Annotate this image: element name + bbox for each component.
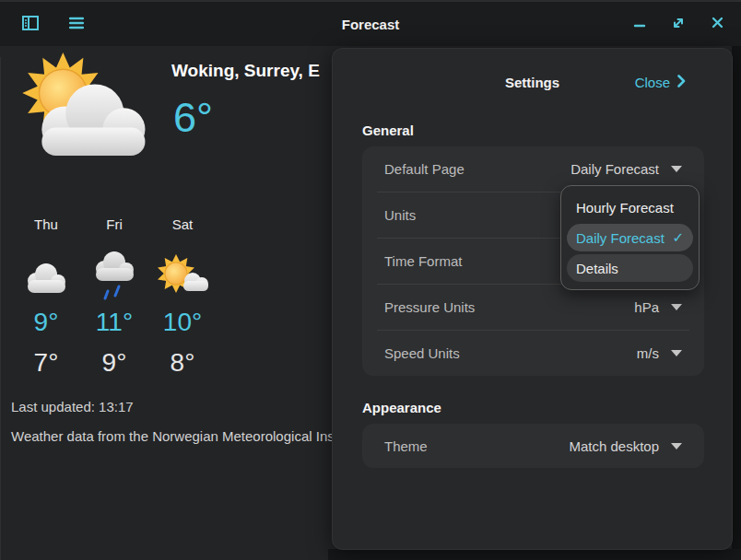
appearance-settings-card: Theme Match desktop <box>362 424 704 468</box>
location-name: Woking, Surrey, E <box>171 61 320 81</box>
setting-value: hPa <box>634 299 659 315</box>
minimize-icon <box>633 17 646 32</box>
checkmark-icon: ✓ <box>672 229 684 246</box>
titlebar-left <box>0 16 85 32</box>
setting-row-speed-units[interactable]: Speed Units m/s <box>362 331 704 376</box>
setting-row-pressure-units[interactable]: Pressure Units hPa <box>362 285 704 330</box>
dropdown-arrow-icon <box>671 166 682 172</box>
minimize-button[interactable] <box>631 16 648 32</box>
setting-label: Pressure Units <box>384 299 475 315</box>
close-button[interactable] <box>709 16 725 32</box>
forecast-day-sat[interactable]: Sat <box>148 217 217 378</box>
day-high-temp: 11° <box>96 308 133 337</box>
dropdown-item-label: Daily Forecast <box>576 230 665 246</box>
titlebar: Forecast <box>0 2 741 46</box>
daily-forecast-strip: Thu 9° 7° Fri <box>12 217 217 378</box>
day-low-temp: 8° <box>171 348 195 378</box>
close-settings-label: Close <box>635 75 670 90</box>
chevron-right-icon <box>677 75 686 90</box>
settings-header: Settings Close <box>333 75 732 93</box>
dropdown-item-label: Details <box>576 261 618 276</box>
current-condition-icon <box>9 52 152 161</box>
setting-label: Units <box>384 207 416 223</box>
attribution-text: Weather data from the Norwegian Meteorol… <box>11 428 335 444</box>
setting-label: Default Page <box>384 161 465 177</box>
cloudy-icon <box>20 247 72 306</box>
current-temperature: 6° <box>173 94 213 142</box>
day-low-temp: 7° <box>34 348 59 378</box>
day-high-temp: 9° <box>34 308 59 337</box>
window-title: Forecast <box>0 17 741 32</box>
app-window: Forecast <box>0 0 741 560</box>
maximize-button[interactable] <box>670 16 687 32</box>
sidebar-icon <box>22 16 39 33</box>
dropdown-item-hourly-forecast[interactable]: Hourly Forecast <box>567 193 693 221</box>
day-high-temp: 10° <box>163 308 202 337</box>
dropdown-arrow-icon <box>671 304 682 310</box>
dropdown-item-details[interactable]: Details <box>567 254 693 282</box>
overlay-scrim <box>732 46 741 560</box>
day-label: Thu <box>34 217 58 232</box>
appearance-section-heading: Appearance <box>362 400 441 415</box>
dropdown-arrow-icon <box>671 350 682 356</box>
close-icon <box>712 17 723 31</box>
menu-button[interactable] <box>68 16 85 32</box>
rain-icon <box>88 247 140 306</box>
partly-sunny-icon <box>155 247 210 306</box>
sidebar-toggle-button[interactable] <box>22 16 39 32</box>
general-section-heading: General <box>362 122 414 138</box>
window-controls <box>631 16 741 32</box>
forecast-day-thu[interactable]: Thu 9° 7° <box>12 217 80 378</box>
day-low-temp: 9° <box>102 348 127 378</box>
hamburger-icon <box>69 17 84 32</box>
forecast-day-fri[interactable]: Fri 11° <box>80 217 148 378</box>
maximize-icon <box>672 17 685 32</box>
setting-label: Speed Units <box>384 345 460 361</box>
dropdown-item-label: Hourly Forecast <box>576 200 674 216</box>
setting-row-theme[interactable]: Theme Match desktop <box>362 424 704 468</box>
setting-label: Theme <box>384 438 428 454</box>
overlay-scrim <box>328 549 741 560</box>
default-page-dropdown-menu: Hourly Forecast Daily Forecast ✓ Details <box>560 185 700 290</box>
close-settings-button[interactable]: Close <box>635 75 686 90</box>
setting-value: Daily Forecast <box>570 161 659 177</box>
last-updated-text: Last updated: 13:17 <box>11 399 134 414</box>
dropdown-item-daily-forecast[interactable]: Daily Forecast ✓ <box>567 224 693 251</box>
dropdown-arrow-icon <box>671 443 682 449</box>
setting-label: Time Format <box>384 253 462 269</box>
day-label: Sat <box>172 217 194 232</box>
day-label: Fri <box>106 217 123 232</box>
settings-sheet: Settings Close General Default Page Dail… <box>332 48 733 550</box>
setting-value: m/s <box>637 345 659 361</box>
setting-value: Match desktop <box>569 438 659 454</box>
window-left-edge <box>0 57 1 560</box>
